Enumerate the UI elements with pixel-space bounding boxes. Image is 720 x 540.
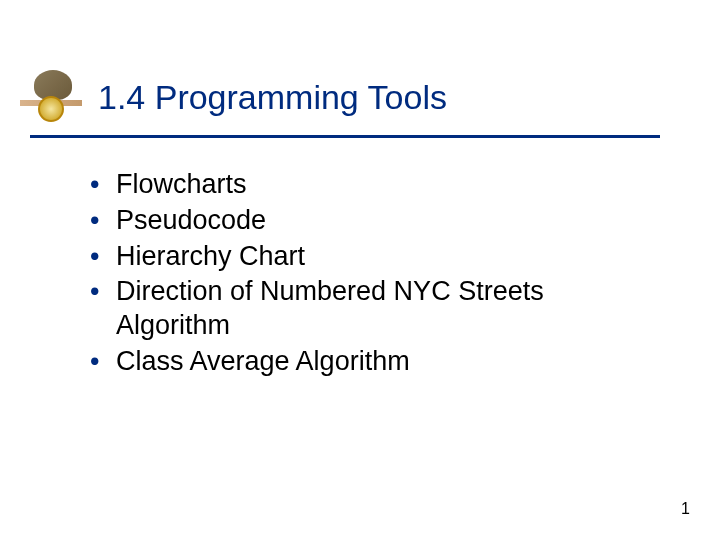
list-item: Hierarchy Chart	[90, 240, 650, 274]
list-item: Class Average Algorithm	[90, 345, 650, 379]
slide-header: 1.4 Programming Tools	[20, 70, 680, 125]
logo-icon	[20, 70, 80, 125]
slide: 1.4 Programming Tools Flowcharts Pseudoc…	[0, 0, 720, 540]
list-item: Direction of Numbered NYC Streets Algori…	[90, 275, 650, 343]
list-item: Pseudocode	[90, 204, 650, 238]
slide-content: Flowcharts Pseudocode Hierarchy Chart Di…	[90, 168, 650, 379]
list-item: Flowcharts	[90, 168, 650, 202]
title-underline	[30, 135, 660, 138]
page-number: 1	[681, 500, 690, 518]
slide-title: 1.4 Programming Tools	[98, 78, 447, 117]
bullet-list: Flowcharts Pseudocode Hierarchy Chart Di…	[90, 168, 650, 379]
